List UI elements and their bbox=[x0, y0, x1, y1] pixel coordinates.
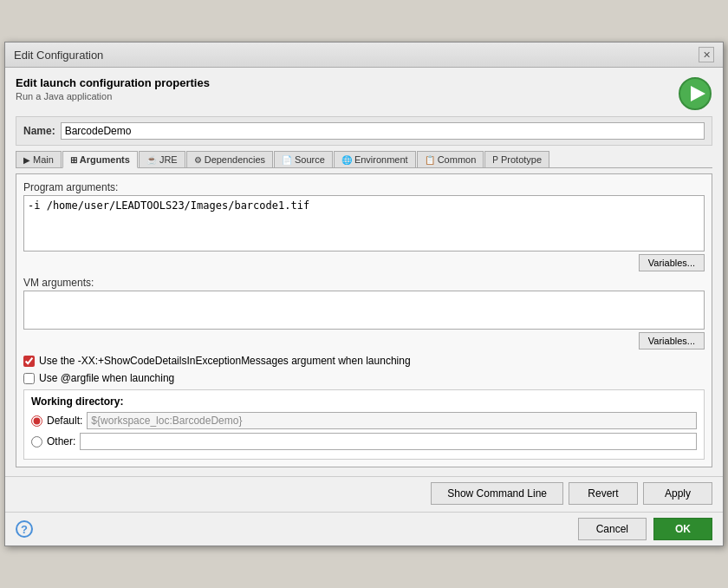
tab-arguments-label: Arguments bbox=[80, 154, 130, 165]
prog-args-variables-row: Variables... bbox=[23, 254, 705, 271]
dependencies-tab-icon: ⚙ bbox=[194, 155, 202, 165]
ok-button[interactable]: OK bbox=[653, 518, 712, 540]
dialog-title: Edit Configuration bbox=[14, 49, 103, 62]
revert-button[interactable]: Revert bbox=[569, 482, 638, 505]
program-args-container: -i /home/user/LEADTOOLS23/Images/barcode… bbox=[23, 195, 705, 254]
tab-source-label: Source bbox=[295, 154, 325, 165]
show-code-details-checkbox[interactable] bbox=[23, 356, 35, 367]
prototype-tab-icon: P bbox=[492, 155, 498, 165]
main-tab-icon: ▶ bbox=[23, 155, 30, 165]
run-icon bbox=[678, 76, 712, 111]
title-bar: Edit Configuration ✕ bbox=[5, 42, 723, 68]
name-label: Name: bbox=[23, 125, 55, 137]
header-title: Edit launch configuration properties bbox=[16, 76, 210, 89]
cancel-button[interactable]: Cancel bbox=[578, 518, 647, 540]
tab-jre-label: JRE bbox=[159, 154, 178, 165]
footer-buttons: Cancel OK bbox=[578, 518, 712, 540]
help-icon[interactable]: ? bbox=[16, 520, 33, 538]
vm-args-label: VM arguments: bbox=[23, 277, 705, 289]
working-dir-title: Working directory: bbox=[31, 395, 697, 408]
working-directory-section: Working directory: Default: Other: bbox=[23, 389, 705, 460]
dialog-body: Edit launch configuration properties Run… bbox=[5, 68, 723, 476]
program-args-variables-button[interactable]: Variables... bbox=[639, 254, 705, 271]
show-code-details-label: Use the -XX:+ShowCodeDetailsInExceptionM… bbox=[39, 355, 411, 367]
tab-common[interactable]: 📋 Common bbox=[417, 151, 484, 167]
source-tab-icon: 📄 bbox=[282, 155, 292, 165]
default-dir-input bbox=[87, 412, 697, 429]
default-dir-label: Default: bbox=[47, 415, 82, 427]
tabs-row: ▶ Main ⊞ Arguments ☕ JRE ⚙ Dependencies … bbox=[16, 151, 712, 168]
tab-common-label: Common bbox=[438, 154, 477, 165]
action-buttons-row: Show Command Line Revert Apply bbox=[5, 476, 723, 512]
program-args-input[interactable]: -i /home/user/LEADTOOLS23/Images/barcode… bbox=[23, 195, 705, 252]
other-dir-row: Other: bbox=[31, 433, 697, 450]
header-text: Edit launch configuration properties Run… bbox=[16, 76, 210, 101]
jre-tab-icon: ☕ bbox=[146, 155, 157, 165]
other-dir-input[interactable] bbox=[80, 433, 697, 450]
program-args-label: Program arguments: bbox=[23, 181, 705, 193]
tab-source[interactable]: 📄 Source bbox=[274, 151, 333, 167]
tab-environment-label: Environment bbox=[354, 154, 408, 165]
other-dir-radio[interactable] bbox=[31, 436, 42, 448]
vm-args-variables-button[interactable]: Variables... bbox=[639, 332, 705, 350]
tab-arguments[interactable]: ⊞ Arguments bbox=[62, 151, 138, 168]
default-dir-radio[interactable] bbox=[31, 415, 42, 427]
header-row: Edit launch configuration properties Run… bbox=[16, 76, 712, 111]
tab-prototype[interactable]: P Prototype bbox=[484, 151, 549, 167]
use-argfile-label: Use @argfile when launching bbox=[39, 372, 174, 384]
arguments-content: Program arguments: -i /home/user/LEADTOO… bbox=[16, 173, 712, 467]
use-argfile-checkbox[interactable] bbox=[23, 373, 35, 384]
header-subtitle: Run a Java application bbox=[16, 91, 210, 101]
checkbox2-row: Use @argfile when launching bbox=[23, 372, 705, 384]
tab-main-label: Main bbox=[33, 154, 54, 165]
name-row: Name: bbox=[16, 116, 712, 146]
tab-jre[interactable]: ☕ JRE bbox=[139, 151, 185, 167]
program-args-section: Program arguments: -i /home/user/LEADTOO… bbox=[23, 181, 705, 271]
close-button[interactable]: ✕ bbox=[699, 47, 714, 62]
vm-args-input[interactable] bbox=[23, 291, 705, 330]
vm-args-section: VM arguments: Variables... bbox=[23, 277, 705, 350]
other-dir-label: Other: bbox=[47, 435, 75, 448]
checkbox1-row: Use the -XX:+ShowCodeDetailsInExceptionM… bbox=[23, 355, 705, 367]
tab-environment[interactable]: 🌐 Environment bbox=[334, 151, 416, 167]
vm-args-container bbox=[23, 291, 705, 332]
common-tab-icon: 📋 bbox=[425, 155, 435, 165]
vm-args-variables-row: Variables... bbox=[23, 332, 705, 350]
tab-prototype-label: Prototype bbox=[501, 154, 542, 165]
footer-row: ? Cancel OK bbox=[5, 512, 723, 546]
tab-dependencies-label: Dependencies bbox=[205, 154, 265, 165]
default-dir-row: Default: bbox=[31, 412, 697, 429]
name-input[interactable] bbox=[61, 122, 705, 140]
environment-tab-icon: 🌐 bbox=[341, 155, 352, 165]
tab-main[interactable]: ▶ Main bbox=[16, 151, 62, 167]
edit-configuration-dialog: Edit Configuration ✕ Edit launch configu… bbox=[4, 42, 724, 546]
arguments-tab-icon: ⊞ bbox=[70, 155, 77, 165]
apply-button[interactable]: Apply bbox=[643, 482, 712, 505]
tab-dependencies[interactable]: ⚙ Dependencies bbox=[186, 151, 273, 167]
show-command-line-button[interactable]: Show Command Line bbox=[431, 482, 563, 505]
